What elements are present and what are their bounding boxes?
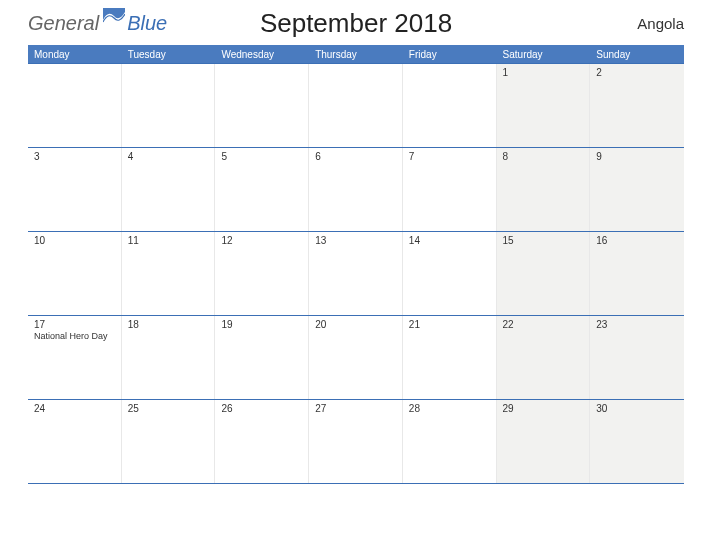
day-number: 7 (409, 151, 490, 162)
weekday-header-row: MondayTuesdayWednesdayThursdayFridaySatu… (28, 45, 684, 63)
day-cell: 7 (403, 148, 497, 231)
calendar-header: General Blue September 2018 Angola (0, 0, 712, 45)
day-cell: 15 (497, 232, 591, 315)
day-cell: 23 (590, 316, 684, 399)
day-cell: 1 (497, 64, 591, 147)
day-number: 14 (409, 235, 490, 246)
logo-text-general: General (28, 12, 99, 35)
weekday-label: Sunday (590, 46, 684, 63)
week-row: 12 (28, 63, 684, 147)
day-number: 25 (128, 403, 209, 414)
day-cell: 26 (215, 400, 309, 483)
day-number: 8 (503, 151, 584, 162)
day-cell: 21 (403, 316, 497, 399)
day-number: 27 (315, 403, 396, 414)
day-number: 19 (221, 319, 302, 330)
day-number: 11 (128, 235, 209, 246)
day-cell: 18 (122, 316, 216, 399)
day-number: 12 (221, 235, 302, 246)
week-row: 17National Hero Day181920212223 (28, 315, 684, 399)
day-event: National Hero Day (34, 331, 115, 341)
day-cell (403, 64, 497, 147)
day-number: 26 (221, 403, 302, 414)
day-cell: 17National Hero Day (28, 316, 122, 399)
calendar-grid: MondayTuesdayWednesdayThursdayFridaySatu… (28, 45, 684, 483)
day-number: 20 (315, 319, 396, 330)
day-number: 17 (34, 319, 115, 330)
day-number: 29 (503, 403, 584, 414)
calendar-title: September 2018 (260, 8, 452, 39)
day-number: 28 (409, 403, 490, 414)
day-cell: 13 (309, 232, 403, 315)
weekday-label: Thursday (309, 46, 403, 63)
week-row: 10111213141516 (28, 231, 684, 315)
day-cell (215, 64, 309, 147)
day-number: 1 (503, 67, 584, 78)
day-number: 6 (315, 151, 396, 162)
day-cell: 5 (215, 148, 309, 231)
week-row: 24252627282930 (28, 399, 684, 483)
day-cell: 2 (590, 64, 684, 147)
day-number: 3 (34, 151, 115, 162)
day-cell: 8 (497, 148, 591, 231)
day-cell: 6 (309, 148, 403, 231)
day-cell: 16 (590, 232, 684, 315)
weekday-label: Saturday (497, 46, 591, 63)
day-number: 9 (596, 151, 678, 162)
region-label: Angola (637, 15, 684, 32)
week-row: 3456789 (28, 147, 684, 231)
day-cell: 10 (28, 232, 122, 315)
day-cell: 12 (215, 232, 309, 315)
day-cell: 22 (497, 316, 591, 399)
day-number: 23 (596, 319, 678, 330)
day-cell: 3 (28, 148, 122, 231)
logo-text-blue: Blue (127, 12, 167, 35)
day-number: 13 (315, 235, 396, 246)
day-cell: 27 (309, 400, 403, 483)
day-number: 16 (596, 235, 678, 246)
day-number: 2 (596, 67, 678, 78)
day-number: 22 (503, 319, 584, 330)
day-cell: 11 (122, 232, 216, 315)
day-cell: 29 (497, 400, 591, 483)
day-cell: 30 (590, 400, 684, 483)
weekday-label: Wednesday (215, 46, 309, 63)
day-number: 30 (596, 403, 678, 414)
day-number: 10 (34, 235, 115, 246)
day-cell: 14 (403, 232, 497, 315)
day-cell: 25 (122, 400, 216, 483)
weekday-label: Tuesday (122, 46, 216, 63)
weekday-label: Monday (28, 46, 122, 63)
day-cell (28, 64, 122, 147)
day-number: 21 (409, 319, 490, 330)
logo-wave-icon (103, 8, 125, 24)
day-cell: 20 (309, 316, 403, 399)
logo: General Blue (28, 12, 167, 35)
day-cell: 19 (215, 316, 309, 399)
day-cell: 4 (122, 148, 216, 231)
day-cell (122, 64, 216, 147)
day-number: 5 (221, 151, 302, 162)
calendar-bottom-border (28, 483, 684, 484)
day-cell: 28 (403, 400, 497, 483)
day-cell: 9 (590, 148, 684, 231)
day-number: 24 (34, 403, 115, 414)
day-number: 18 (128, 319, 209, 330)
day-cell (309, 64, 403, 147)
day-number: 15 (503, 235, 584, 246)
day-number: 4 (128, 151, 209, 162)
day-cell: 24 (28, 400, 122, 483)
weekday-label: Friday (403, 46, 497, 63)
